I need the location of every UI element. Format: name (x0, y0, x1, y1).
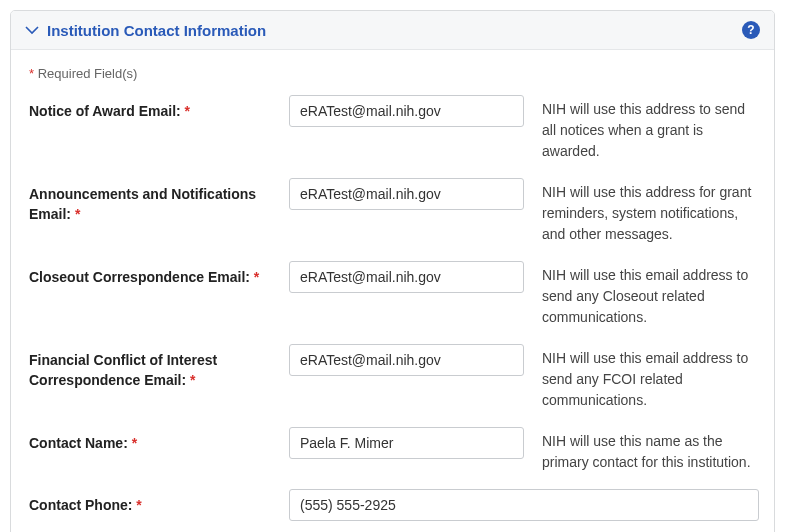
field-row-closeout-email: Closeout Correspondence Email: * NIH wil… (29, 261, 756, 328)
required-fields-text: Required Field(s) (34, 66, 137, 81)
contact-name-help: NIH will use this name as the primary co… (524, 427, 756, 473)
label-text: Contact Phone: (29, 497, 132, 513)
fcoi-email-help: NIH will use this email address to send … (524, 344, 756, 411)
label-text: Notice of Award Email: (29, 103, 181, 119)
announcements-email-help: NIH will use this address for grant remi… (524, 178, 756, 245)
contact-name-input-wrap (289, 427, 524, 459)
required-asterisk: * (132, 435, 137, 451)
closeout-email-help: NIH will use this email address to send … (524, 261, 756, 328)
announcements-email-input[interactable] (289, 178, 524, 210)
help-icon[interactable]: ? (742, 21, 760, 39)
field-row-contact-name: Contact Name: * NIH will use this name a… (29, 427, 756, 473)
closeout-email-input-wrap (289, 261, 524, 293)
fcoi-email-input-wrap (289, 344, 524, 376)
contact-phone-input[interactable] (289, 489, 759, 521)
panel-header[interactable]: Institution Contact Information ? (11, 11, 774, 50)
required-asterisk: * (254, 269, 259, 285)
contact-phone-label: Contact Phone: * (29, 489, 289, 515)
required-asterisk: * (185, 103, 190, 119)
closeout-email-label: Closeout Correspondence Email: * (29, 261, 289, 287)
noa-email-label: Notice of Award Email: * (29, 95, 289, 121)
field-row-contact-phone: Contact Phone: * (29, 489, 756, 521)
fcoi-email-label: Financial Conflict of Interest Correspon… (29, 344, 289, 391)
field-row-noa-email: Notice of Award Email: * NIH will use th… (29, 95, 756, 162)
noa-email-help: NIH will use this address to send all no… (524, 95, 756, 162)
label-text: Financial Conflict of Interest Correspon… (29, 352, 217, 388)
contact-name-input[interactable] (289, 427, 524, 459)
field-row-fcoi-email: Financial Conflict of Interest Correspon… (29, 344, 756, 411)
label-text: Contact Name: (29, 435, 128, 451)
noa-email-input-wrap (289, 95, 524, 127)
field-row-announcements-email: Announcements and Notifications Email: *… (29, 178, 756, 245)
contact-phone-input-wrap (289, 489, 759, 521)
required-fields-note: * Required Field(s) (29, 66, 756, 81)
announcements-email-input-wrap (289, 178, 524, 210)
institution-contact-panel: Institution Contact Information ? * Requ… (10, 10, 775, 532)
contact-name-label: Contact Name: * (29, 427, 289, 453)
required-asterisk: * (190, 372, 195, 388)
fcoi-email-input[interactable] (289, 344, 524, 376)
label-text: Closeout Correspondence Email: (29, 269, 250, 285)
announcements-email-label: Announcements and Notifications Email: * (29, 178, 289, 225)
closeout-email-input[interactable] (289, 261, 524, 293)
noa-email-input[interactable] (289, 95, 524, 127)
panel-body: * Required Field(s) Notice of Award Emai… (11, 50, 774, 532)
panel-title: Institution Contact Information (47, 22, 742, 39)
required-asterisk: * (136, 497, 141, 513)
chevron-down-icon (25, 23, 39, 37)
label-text: Announcements and Notifications Email: (29, 186, 256, 222)
required-asterisk: * (75, 206, 80, 222)
